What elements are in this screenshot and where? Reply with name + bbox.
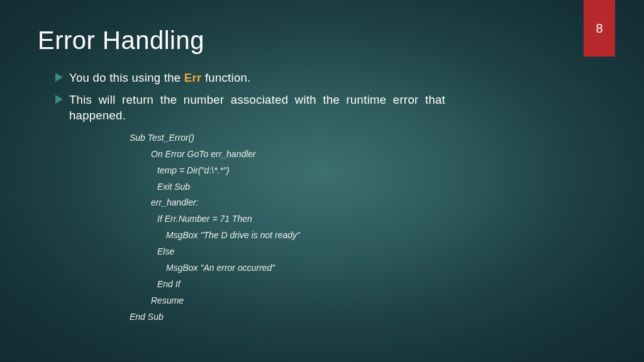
page-number: 8 bbox=[596, 21, 602, 36]
triangle-bullet-icon bbox=[55, 73, 63, 82]
slide-content: You do this using the Err function. This… bbox=[55, 70, 445, 326]
bullet-pre: You do this using the bbox=[69, 71, 184, 84]
page-number-tab: 8 bbox=[584, 0, 615, 57]
slide-title: Error Handling bbox=[38, 26, 204, 55]
bullet-post: function. bbox=[201, 71, 250, 84]
code-line: Resume bbox=[130, 293, 445, 309]
code-line: MsgBox "The D drive is not ready" bbox=[130, 228, 445, 244]
code-line: MsgBox "An error occurred" bbox=[130, 260, 445, 277]
code-line: temp = Dir("d:\*.*") bbox=[130, 163, 445, 179]
code-block: Sub Test_Error() On Error GoTo err_handl… bbox=[130, 130, 445, 326]
bullet-item: This will return the number associated w… bbox=[55, 92, 445, 124]
bullet-text: You do this using the Err function. bbox=[69, 70, 251, 86]
svg-marker-1 bbox=[55, 95, 63, 104]
bullet-item: You do this using the Err function. bbox=[55, 70, 445, 86]
triangle-bullet-icon bbox=[55, 95, 63, 104]
code-line: Else bbox=[130, 244, 445, 260]
bullet-text: This will return the number associated w… bbox=[69, 92, 445, 124]
svg-marker-0 bbox=[55, 73, 63, 82]
code-line: Sub Test_Error() bbox=[130, 130, 445, 146]
code-line: err_handler: bbox=[130, 195, 445, 211]
err-keyword: Err bbox=[184, 71, 202, 84]
code-line: End If bbox=[130, 277, 445, 293]
code-line: Exit Sub bbox=[130, 179, 445, 195]
code-line: If Err.Number = 71 Then bbox=[130, 211, 445, 228]
code-line: On Error GoTo err_handler bbox=[130, 146, 445, 163]
code-line: End Sub bbox=[130, 309, 445, 326]
